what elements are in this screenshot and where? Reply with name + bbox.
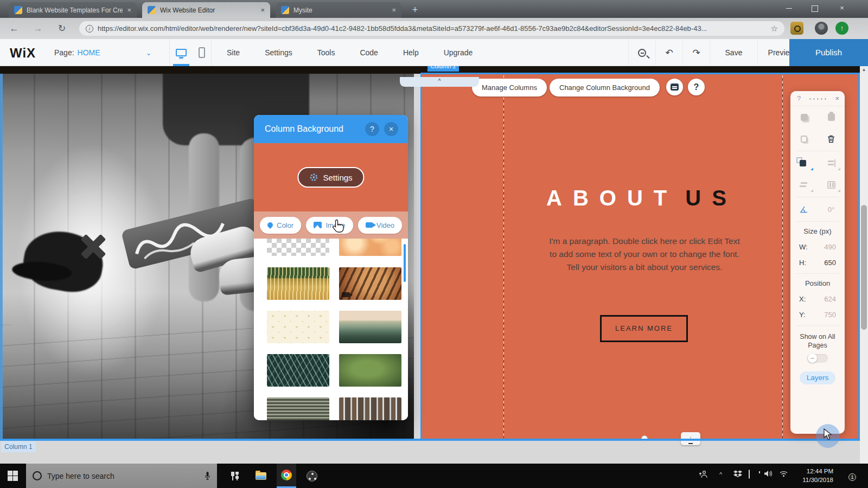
profile-avatar[interactable] [815,22,828,35]
column-help-button[interactable]: ? [688,79,705,95]
close-icon[interactable]: × [260,7,265,14]
publish-button[interactable]: Publish [789,39,868,66]
thumbnail[interactable] [339,239,401,256]
match-size-button[interactable] [818,174,845,196]
show-on-all-pages-toggle[interactable] [807,354,828,363]
dialog-scrollbar-thumb[interactable] [404,244,406,282]
desktop-view-icon[interactable] [176,49,187,56]
mobile-view-icon[interactable] [199,47,205,58]
obs-icon[interactable] [304,468,320,484]
menu-settings[interactable]: Settings [265,48,292,57]
reload-icon[interactable]: ↻ [54,21,69,36]
window-maximize-button[interactable] [803,0,827,16]
url-bar[interactable]: i https://editor.wix.com/html/editor/web… [79,21,784,36]
panel-close-icon[interactable]: × [835,94,839,102]
thumbnail[interactable] [267,354,329,387]
battery-icon[interactable] [749,470,750,478]
column2-label[interactable]: Column 2 [427,66,459,72]
redo-button[interactable]: ↷ [682,39,710,66]
about-paragraph[interactable]: I'm a paragraph. Double click here or cl… [547,235,742,274]
scroll-up-icon[interactable]: ▲ [860,67,868,72]
tray-expand-icon[interactable]: ^ [719,471,722,478]
collapse-caret[interactable]: ^ [400,77,479,87]
dialog-header[interactable]: Column Background ? × [254,115,408,143]
x-value[interactable]: 624 [824,295,836,303]
rotate-button[interactable] [790,198,818,220]
taskbar-search[interactable]: Type here to search [26,464,217,488]
scrollbar-thumb[interactable] [861,205,867,330]
start-button[interactable] [8,471,18,481]
background-settings-button[interactable]: Settings [297,167,364,188]
thumbnail[interactable] [339,311,401,343]
close-icon[interactable]: × [127,7,131,14]
height-value[interactable]: 650 [824,259,836,267]
back-icon[interactable]: ← [7,21,22,36]
panel-help-icon[interactable]: ? [797,94,801,102]
thumbnail[interactable] [267,239,329,256]
window-close-button[interactable]: × [830,0,854,16]
chrome-taskbar-icon[interactable] [277,464,296,488]
column-layout-button[interactable] [666,79,683,95]
menu-site[interactable]: Site [227,48,240,57]
width-value[interactable]: 490 [824,243,836,251]
y-value[interactable]: 750 [824,311,836,319]
learn-more-button[interactable]: LEARN MORE [600,315,688,342]
taskbar-clock[interactable]: 12:44 PM 11/30/2018 [788,467,833,484]
about-heading[interactable]: ABOUTUS [506,186,777,210]
arrange-button[interactable] [790,152,818,174]
thumbnail[interactable] [267,397,329,420]
browser-update-icon[interactable]: ↑ [835,22,848,35]
microphone-icon[interactable] [205,471,210,480]
duplicate-button[interactable] [790,128,818,150]
browser-tab-templates[interactable]: Blank Website Templates For Cre × [9,2,137,18]
menu-help[interactable]: Help [403,48,419,57]
people-icon[interactable] [699,470,707,480]
undo-button[interactable]: ↶ [655,39,682,66]
column1-label[interactable]: Column 1 [1,441,36,452]
thumbnail[interactable] [267,311,329,343]
chevron-down-icon[interactable]: ⌄ [146,49,152,57]
x-field[interactable]: X: 624 [790,295,845,303]
thumbnail[interactable] [339,267,401,300]
menu-tools[interactable]: Tools [317,48,335,57]
extension-icon[interactable] [790,22,803,35]
close-icon[interactable]: × [392,7,396,14]
thumbnail[interactable] [339,397,401,420]
tab-video[interactable]: Video [358,217,402,234]
browser-tab-mysite[interactable]: Mysite × [276,2,401,18]
dropbox-icon[interactable] [733,470,742,479]
zoom-out-button[interactable] [628,39,655,66]
new-tab-button[interactable]: + [408,3,422,16]
file-explorer-icon[interactable] [253,468,269,484]
url-text[interactable]: https://editor.wix.com/html/editor/web/r… [98,24,767,33]
editor-scrollbar[interactable]: ▲ [860,66,868,464]
thumbnail[interactable] [267,267,329,300]
paste-button[interactable] [818,106,845,128]
window-minimize-button[interactable] [777,0,801,16]
wifi-icon[interactable] [779,470,788,479]
task-view-icon[interactable] [227,468,243,484]
change-column-background-button[interactable]: Change Column Background [550,79,660,97]
manage-columns-button[interactable]: Manage Columns [472,79,547,97]
align-button[interactable] [818,152,845,174]
dialog-help-button[interactable]: ? [365,122,379,136]
copy-button[interactable] [790,106,818,128]
thumbnail[interactable] [339,354,401,387]
y-field[interactable]: Y: 750 [790,311,845,319]
forward-icon[interactable]: → [30,21,46,36]
layers-button[interactable]: Layers [800,371,835,384]
page-selector[interactable]: Page: HOME ⌄ [54,39,152,66]
height-field[interactable]: H: 650 [790,259,845,267]
drag-handle-icon[interactable] [808,97,827,101]
tab-image[interactable]: Image [306,217,353,234]
save-button[interactable]: Save [710,39,757,66]
menu-code[interactable]: Code [360,48,378,57]
speaker-icon[interactable] [764,470,773,479]
info-icon[interactable]: i [86,25,93,33]
tab-color[interactable]: Color [260,217,301,234]
delete-button[interactable] [818,128,845,150]
dialog-close-button[interactable]: × [384,122,398,136]
bookmark-star-icon[interactable]: ☆ [771,24,778,34]
distribute-button[interactable] [790,174,818,196]
menu-upgrade[interactable]: Upgrade [444,48,473,57]
